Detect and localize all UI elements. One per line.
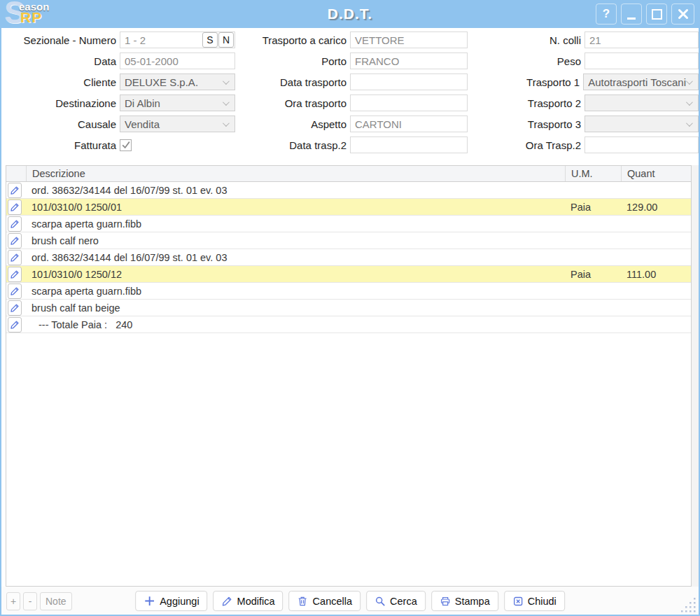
aggiungi-button[interactable]: Aggiungi (135, 591, 207, 611)
maximize-button[interactable] (646, 4, 667, 24)
n-colli-label: N. colli (470, 34, 581, 46)
descrizione-column-header: Descrizione (26, 166, 565, 181)
vertical-scrollbar[interactable] (692, 165, 699, 587)
cell-quant (621, 249, 691, 265)
form-column-left: Sezionale - Numero 1 - 2 S N Data 05-01-… (6, 31, 235, 158)
peso-input[interactable] (584, 52, 699, 69)
minimize-button[interactable] (621, 4, 642, 24)
cell-um (565, 249, 621, 265)
trasporto1-label: Trasporto 1 (470, 76, 580, 88)
pencil-icon (10, 219, 20, 229)
quant-column-header: Quant (621, 166, 691, 181)
minus-button[interactable]: - (23, 592, 37, 610)
pencil-icon (10, 236, 20, 246)
edit-row-button[interactable] (8, 267, 22, 282)
edit-row-button[interactable] (8, 317, 22, 332)
table-row[interactable]: scarpa aperta guarn.fibb (6, 283, 691, 300)
note-button[interactable]: Note (40, 592, 72, 610)
cancella-button[interactable]: Cancella (289, 591, 360, 611)
cell-descrizione: --- Totale Paia : 240 (26, 316, 565, 332)
cell-quant (621, 283, 691, 299)
cell-quant (621, 232, 691, 248)
table-row[interactable]: brush calf tan beige (6, 300, 691, 316)
stampa-button[interactable]: Stampa (431, 591, 498, 611)
cell-descrizione: ord. 38632/34144 del 16/07/99 st. 01 ev.… (26, 249, 565, 265)
pencil-icon (10, 270, 20, 279)
edit-row-button[interactable] (8, 300, 22, 316)
chevron-down-icon (686, 120, 693, 127)
causale-select[interactable]: Vendita (120, 115, 235, 132)
logo-rp: RP (20, 9, 42, 26)
edit-row-button[interactable] (8, 216, 22, 232)
maximize-icon (652, 9, 662, 20)
trasporto2-select[interactable] (584, 94, 699, 111)
cell-descrizione: brush calf tan beige (26, 300, 565, 316)
cliente-select[interactable]: DELUXE S.p.A. (120, 74, 235, 90)
fatturata-label: Fatturata (6, 139, 116, 151)
trasporto3-select[interactable] (584, 115, 699, 132)
chiudi-button[interactable]: Chiudi (504, 591, 565, 611)
minimize-icon (627, 18, 636, 20)
window-title: D.D.T. (328, 6, 372, 22)
cell-um (565, 283, 621, 299)
ddt-window: S eason RP D.D.T. ? Sezionale - Numero 1… (0, 0, 700, 616)
edit-row-button[interactable] (8, 250, 22, 265)
printer-icon (440, 596, 451, 607)
pencil-icon (222, 596, 233, 607)
help-button[interactable]: ? (596, 4, 617, 24)
sezionale-value: 1 - 2 (125, 34, 146, 46)
ddt-lines-grid: Descrizione U.M. Quant ord. 38632/34144 … (6, 165, 699, 587)
edit-row-button[interactable] (8, 284, 22, 299)
table-row[interactable]: 101/0310/0 1250/12 Paia 111.00 (6, 266, 691, 283)
cell-quant (621, 216, 691, 232)
cell-um (565, 316, 621, 332)
table-row[interactable]: ord. 38632/34144 del 16/07/99 st. 01 ev.… (6, 182, 691, 199)
data-trasporto-input[interactable] (350, 74, 468, 90)
ora-trasporto-input[interactable] (350, 94, 468, 111)
trasporto2-label: Trasporto 2 (470, 97, 581, 109)
plus-button[interactable]: + (6, 592, 20, 610)
edit-column-header (6, 166, 26, 181)
um-column-header: U.M. (565, 166, 621, 181)
edit-row-button[interactable] (8, 233, 22, 248)
pencil-icon (10, 286, 20, 296)
cell-quant (621, 182, 691, 198)
trasporto1-select[interactable]: Autotrasporti Toscani (583, 74, 699, 90)
resize-grip-icon[interactable] (680, 596, 696, 613)
aspetto-input[interactable]: CARTONI (350, 115, 468, 132)
modifica-button[interactable]: Modifica (214, 591, 284, 611)
n-colli-input[interactable]: 21 (584, 31, 699, 48)
table-row[interactable]: --- Totale Paia : 240 (6, 316, 691, 333)
sezionale-s-button[interactable]: S (202, 32, 218, 48)
check-icon (121, 140, 131, 150)
destinazione-select[interactable]: Di Albin (120, 94, 235, 111)
cliente-label: Cliente (6, 76, 116, 88)
close-button[interactable] (671, 4, 694, 24)
table-row[interactable]: scarpa aperta guarn.fibb (6, 216, 691, 232)
cerca-button[interactable]: Cerca (366, 591, 426, 611)
fatturata-checkbox[interactable] (120, 139, 132, 151)
table-row[interactable]: brush calf nero (6, 232, 691, 249)
trasporto-carico-input[interactable]: VETTORE (350, 31, 468, 48)
edit-row-button[interactable] (8, 200, 22, 215)
data-label: Data (6, 55, 116, 67)
pencil-icon (10, 253, 20, 262)
sezionale-input[interactable]: 1 - 2 S N (120, 31, 235, 48)
table-row[interactable]: ord. 38632/34144 del 16/07/99 st. 01 ev.… (6, 249, 691, 266)
trasporto3-label: Trasporto 3 (470, 118, 581, 130)
data-trasp2-input[interactable] (350, 136, 468, 153)
trasporto-carico-label: Trasporto a carico (238, 34, 346, 46)
porto-input[interactable]: FRANCO (350, 52, 468, 69)
ora-trasp2-input[interactable] (584, 136, 699, 153)
sezionale-n-button[interactable]: N (218, 32, 234, 48)
data-input[interactable]: 05-01-2000 (120, 52, 235, 69)
edit-row-button[interactable] (8, 183, 22, 198)
window-controls: ? (596, 4, 694, 24)
cell-descrizione: 101/0310/0 1250/12 (26, 266, 565, 282)
chevron-down-icon (223, 120, 230, 127)
cell-um (565, 216, 621, 232)
titlebar: S eason RP D.D.T. ? (0, 0, 700, 28)
table-row[interactable]: 101/0310/0 1250/01 Paia 129.00 (6, 199, 691, 216)
chevron-down-icon (223, 78, 230, 85)
grid-body: ord. 38632/34144 del 16/07/99 st. 01 ev.… (6, 182, 691, 333)
